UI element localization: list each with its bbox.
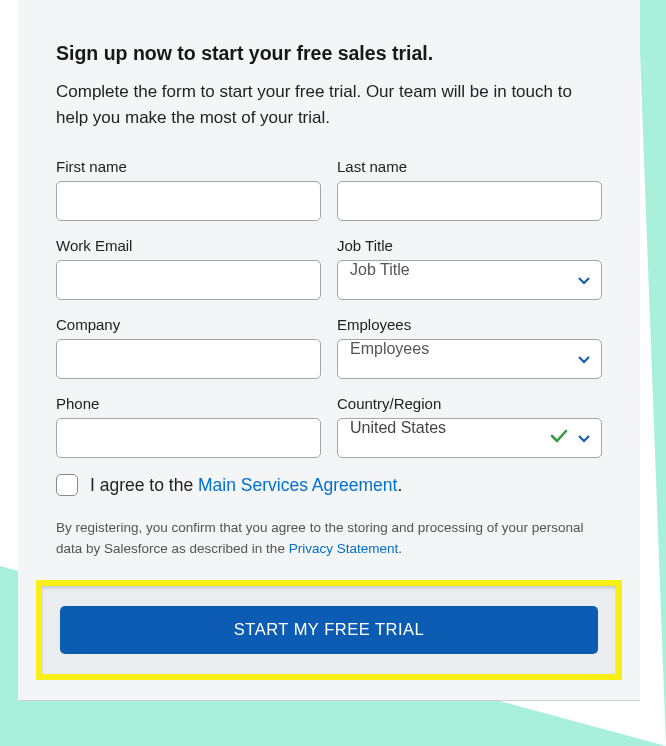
main-services-agreement-link[interactable]: Main Services Agreement [198, 475, 397, 495]
phone-input[interactable] [56, 418, 321, 458]
first-name-input[interactable] [56, 181, 321, 221]
agree-checkbox[interactable] [56, 474, 78, 496]
employees-label: Employees [337, 316, 602, 333]
agree-suffix: . [397, 475, 402, 495]
cta-highlight-box: START MY FREE TRIAL [36, 580, 622, 680]
last-name-input[interactable] [337, 181, 602, 221]
first-name-label: First name [56, 158, 321, 175]
disclaimer-suffix: . [398, 541, 402, 556]
work-email-label: Work Email [56, 237, 321, 254]
last-name-label: Last name [337, 158, 602, 175]
company-label: Company [56, 316, 321, 333]
job-title-select[interactable]: Job Title [337, 260, 602, 300]
phone-label: Phone [56, 395, 321, 412]
country-label: Country/Region [337, 395, 602, 412]
privacy-statement-link[interactable]: Privacy Statement [289, 541, 399, 556]
company-input[interactable] [56, 339, 321, 379]
disclaimer-text: By registering, you confirm that you agr… [56, 518, 602, 560]
work-email-input[interactable] [56, 260, 321, 300]
page-heading: Sign up now to start your free sales tri… [56, 42, 602, 65]
employees-select[interactable]: Employees [337, 339, 602, 379]
start-trial-button[interactable]: START MY FREE TRIAL [60, 606, 598, 654]
signup-card: Sign up now to start your free sales tri… [18, 0, 640, 701]
country-select[interactable]: United States [337, 418, 602, 458]
page-subheading: Complete the form to start your free tri… [56, 79, 602, 130]
agree-prefix: I agree to the [90, 475, 198, 495]
job-title-label: Job Title [337, 237, 602, 254]
agree-label: I agree to the Main Services Agreement. [90, 475, 402, 496]
